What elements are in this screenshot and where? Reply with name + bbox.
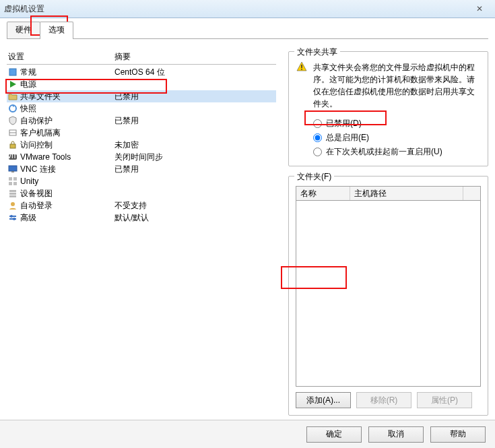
radio-always-label: 总是启用(E)	[326, 132, 369, 143]
content-area: 设置 摘要 常规CentOS 64 位电源共享文件夹已禁用快照自动保护已禁用客户…	[7, 39, 488, 416]
settings-row-11[interactable]: 自动登录不受支持	[7, 199, 276, 212]
settings-row-10[interactable]: 设备视图	[7, 187, 276, 199]
settings-row-summary: 已禁用	[114, 91, 276, 102]
settings-row-6[interactable]: 访问控制未加密	[7, 139, 276, 151]
radio-until-next-input[interactable]	[313, 148, 322, 156]
folders-button-row: 添加(A)... 移除(R) 属性(P)	[296, 392, 481, 408]
radio-disabled-input[interactable]	[313, 119, 322, 128]
radio-always-input[interactable]	[313, 133, 322, 142]
warning-icon	[296, 61, 308, 72]
settings-row-name: 客户机隔离	[20, 127, 61, 139]
header-summary: 摘要	[114, 51, 276, 63]
ok-button[interactable]: 确定	[306, 426, 362, 443]
settings-row-summary: CentOS 64 位	[114, 67, 276, 78]
lock-icon	[7, 139, 19, 150]
folders-header: 名称 主机路径	[296, 186, 481, 201]
folder-sharing-group: 文件夹共享 共享文件夹会将您的文件显示给虚拟机中的程序。这可能为您的计算机和数据…	[288, 51, 488, 166]
svg-rect-24	[301, 69, 302, 70]
settings-row-name: 共享文件夹	[20, 91, 61, 102]
settings-row-summary: 已禁用	[114, 115, 276, 127]
add-folder-button[interactable]: 添加(A)...	[296, 392, 351, 408]
tab-strip: 硬件 选项	[7, 24, 488, 39]
settings-row-5[interactable]: 客户机隔离	[7, 127, 276, 139]
vmtools-icon: vm	[7, 152, 19, 162]
settings-row-summary: 未加密	[114, 139, 276, 151]
settings-row-name: 快照	[20, 103, 36, 115]
settings-row-name: 访问控制	[20, 139, 53, 151]
settings-row-name: VMware Tools	[20, 152, 71, 162]
close-button[interactable]: ✕	[464, 0, 495, 18]
settings-row-summary: 默认/默认	[114, 212, 276, 224]
sharing-radio-group: 已禁用(D) 总是启用(E) 在下次关机或挂起前一直启用(U)	[296, 117, 481, 159]
svg-rect-9	[11, 171, 14, 172]
tab-options[interactable]: 选项	[40, 22, 73, 38]
right-pane: 文件夹共享 共享文件夹会将您的文件显示给虚拟机中的程序。这可能为您的计算机和数据…	[288, 51, 488, 416]
settings-row-7[interactable]: vmVMware Tools关闭时间同步	[7, 151, 276, 163]
close-icon: ✕	[476, 4, 483, 13]
folder-properties-button: 属性(P)	[417, 392, 472, 408]
window-title: 虚拟机设置	[4, 3, 44, 15]
svg-text:vm: vm	[8, 152, 18, 160]
radio-always[interactable]: 总是启用(E)	[313, 131, 481, 145]
settings-row-name: 设备视图	[20, 188, 53, 199]
unity-icon	[7, 176, 19, 187]
svg-rect-13	[13, 182, 17, 185]
svg-point-21	[13, 218, 15, 220]
folder-icon	[7, 91, 19, 102]
radio-until-next[interactable]: 在下次关机或挂起前一直启用(U)	[313, 145, 481, 159]
vnc-icon	[7, 164, 19, 174]
settings-list-pane: 设置 摘要 常规CentOS 64 位电源共享文件夹已禁用快照自动保护已禁用客户…	[7, 51, 276, 416]
folders-header-name[interactable]: 名称	[296, 187, 350, 200]
folders-listbox[interactable]	[296, 201, 481, 387]
radio-until-next-label: 在下次关机或挂起前一直启用(U)	[326, 146, 442, 158]
settings-row-name: 自动登录	[20, 200, 53, 212]
cancel-button[interactable]: 取消	[368, 426, 424, 443]
client-area: 硬件 选项 设置 摘要 常规CentOS 64 位电源共享文件夹已禁用快照自动保…	[0, 18, 495, 448]
svg-rect-23	[301, 65, 302, 68]
settings-row-name: 电源	[20, 79, 36, 90]
header-setting: 设置	[7, 51, 114, 63]
svg-rect-15	[9, 193, 16, 195]
settings-row-name: VNC 连接	[20, 164, 56, 175]
device-icon	[7, 188, 19, 199]
settings-row-3[interactable]: 快照	[7, 102, 276, 115]
settings-row-1[interactable]: 电源	[7, 78, 276, 90]
dialog-footer: 确定 取消 帮助	[0, 420, 495, 448]
power-icon	[7, 79, 19, 90]
folder-sharing-legend: 文件夹共享	[294, 46, 340, 58]
square-icon	[7, 67, 19, 77]
settings-row-summary: 关闭时间同步	[114, 152, 276, 163]
svg-rect-11	[13, 177, 17, 181]
snapshot-icon	[7, 103, 19, 114]
settings-row-2[interactable]: 共享文件夹已禁用	[7, 90, 276, 102]
help-button[interactable]: 帮助	[430, 426, 486, 443]
svg-rect-5	[10, 144, 15, 148]
folders-header-hostpath[interactable]: 主机路径	[350, 187, 463, 200]
svg-rect-12	[9, 182, 12, 185]
settings-row-4[interactable]: 自动保护已禁用	[7, 115, 276, 127]
svg-rect-0	[9, 69, 16, 75]
folders-group: 文件夹(F) 名称 主机路径 添加(A)... 移除(R) 属性(P)	[288, 176, 488, 416]
tab-hardware[interactable]: 硬件	[7, 22, 40, 38]
settings-row-9[interactable]: Unity	[7, 175, 276, 187]
radio-disabled[interactable]: 已禁用(D)	[313, 117, 481, 131]
settings-row-0[interactable]: 常规CentOS 64 位	[7, 66, 276, 78]
svg-point-17	[11, 202, 15, 206]
radio-disabled-label: 已禁用(D)	[326, 118, 362, 129]
svg-point-20	[10, 215, 13, 218]
svg-rect-16	[9, 195, 16, 197]
sharing-warning-text: 共享文件夹会将您的文件显示给虚拟机中的程序。这可能为您的计算机和数据带来风险。请…	[313, 61, 481, 110]
remove-folder-button: 移除(R)	[356, 392, 411, 408]
settings-row-name: Unity	[20, 177, 38, 186]
isolation-icon	[7, 127, 19, 138]
settings-list-header: 设置 摘要	[7, 51, 276, 65]
settings-row-summary: 不受支持	[114, 200, 276, 212]
settings-row-8[interactable]: VNC 连接已禁用	[7, 163, 276, 175]
settings-row-12[interactable]: 高级默认/默认	[7, 212, 276, 224]
autologin-icon	[7, 200, 19, 211]
settings-row-summary: 已禁用	[114, 164, 276, 175]
folders-legend: 文件夹(F)	[294, 171, 334, 183]
settings-list[interactable]: 常规CentOS 64 位电源共享文件夹已禁用快照自动保护已禁用客户机隔离访问控…	[7, 65, 276, 224]
advanced-icon	[7, 212, 19, 223]
settings-row-name: 高级	[20, 212, 36, 224]
